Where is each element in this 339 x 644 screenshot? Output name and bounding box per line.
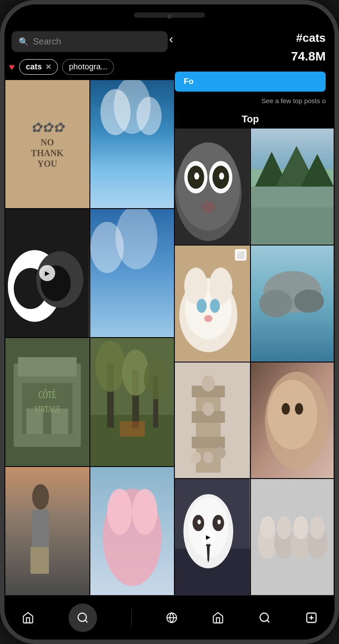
- volume-up-button[interactable]: [0, 102, 2, 129]
- svg-rect-32: [31, 547, 49, 574]
- follow-button[interactable]: Fo: [175, 72, 326, 92]
- svg-point-74: [203, 451, 213, 463]
- grid-cell-kittens-tower[interactable]: [167, 362, 250, 479]
- svg-point-100: [78, 613, 86, 621]
- search-results-grid-left: ✿✿✿ NOTHANKYOU: [4, 80, 175, 595]
- svg-point-104: [260, 613, 268, 621]
- cats-tag[interactable]: cats ✕: [19, 59, 58, 75]
- grid-cell-autumn[interactable]: [90, 338, 174, 466]
- remove-cats-tag-icon[interactable]: ✕: [45, 63, 51, 71]
- play-button-icon[interactable]: ▶: [39, 265, 55, 281]
- svg-point-3: [136, 97, 161, 135]
- svg-point-45: [219, 173, 224, 180]
- svg-line-101: [85, 620, 87, 622]
- phone-frame: 🔍 Search ♥ cats ✕ photogra...: [0, 0, 339, 644]
- svg-rect-15: [18, 357, 77, 376]
- bottom-navigation: [4, 595, 335, 640]
- search-bar[interactable]: 🔍 Search: [12, 31, 168, 52]
- svg-rect-19: [52, 408, 69, 434]
- grid-cell-cat-video[interactable]: ▶: [5, 209, 89, 337]
- grid-cell-stone-water[interactable]: [251, 246, 334, 362]
- grid-cell-fluffy-cat[interactable]: [251, 362, 334, 479]
- svg-point-23: [95, 341, 125, 392]
- svg-rect-31: [32, 510, 49, 547]
- grid-cell-illustration[interactable]: ✿✿✿ NOTHANKYOU: [5, 80, 89, 208]
- svg-point-97: [276, 516, 291, 539]
- svg-rect-28: [119, 421, 145, 437]
- heart-icon: ♥: [9, 61, 15, 73]
- play-video-icon[interactable]: ▶: [201, 530, 215, 544]
- svg-point-72: [202, 402, 214, 415]
- app-screen: 🔍 Search ♥ cats ✕ photogra...: [4, 4, 335, 640]
- svg-point-60: [210, 299, 220, 313]
- svg-point-44: [194, 173, 199, 180]
- svg-point-35: [107, 489, 132, 535]
- svg-point-57: [184, 267, 207, 304]
- nav-search-active[interactable]: [69, 604, 97, 632]
- svg-point-98: [293, 516, 308, 539]
- post-count: 74.8M: [291, 49, 326, 63]
- search-placeholder: Search: [33, 36, 61, 47]
- nav-reels[interactable]: [166, 612, 178, 624]
- grid-cell-white-kitten[interactable]: ⬜: [167, 246, 250, 362]
- power-button[interactable]: [337, 120, 339, 160]
- svg-point-61: [204, 315, 213, 322]
- svg-point-64: [259, 290, 292, 318]
- grid-cell-sky[interactable]: [90, 80, 174, 208]
- svg-point-80: [295, 403, 303, 415]
- svg-point-39: [177, 142, 240, 230]
- svg-point-99: [310, 516, 325, 539]
- save-icon[interactable]: ⬜: [235, 249, 246, 261]
- svg-rect-70: [192, 436, 225, 448]
- see-top-posts-text: See a few top posts o: [166, 95, 335, 109]
- svg-point-71: [202, 375, 215, 391]
- svg-point-27: [144, 358, 167, 399]
- grid-cell-shop[interactable]: CÔTÉ VINTAGE: [5, 338, 89, 466]
- svg-point-58: [209, 267, 232, 304]
- hashtag-panel: #cats 74.8M Fo See a few top posts o Top: [166, 4, 335, 595]
- grid-cell-sky2[interactable]: [90, 209, 174, 337]
- grid-cell-landscape[interactable]: [251, 129, 334, 245]
- back-button[interactable]: ‹: [169, 32, 173, 46]
- left-search-panel: 🔍 Search ♥ cats ✕ photogra...: [4, 4, 175, 595]
- top-label: Top: [166, 109, 335, 129]
- svg-point-88: [218, 520, 221, 524]
- svg-point-78: [267, 380, 317, 449]
- svg-point-79: [282, 403, 290, 415]
- front-camera: [167, 14, 172, 19]
- grid-cell-cat-stare[interactable]: [167, 129, 250, 245]
- photography-tag[interactable]: photogra...: [62, 59, 114, 75]
- nav-search-right[interactable]: [258, 612, 271, 624]
- grid-cell-pink[interactable]: [90, 467, 174, 595]
- svg-point-73: [191, 451, 201, 463]
- photography-tag-label: photogra...: [69, 62, 107, 71]
- svg-line-105: [267, 620, 269, 622]
- search-icon: 🔍: [19, 37, 28, 47]
- nav-home-left[interactable]: [22, 612, 34, 624]
- svg-point-46: [202, 201, 215, 213]
- hashtag-top-grid: ⬜: [166, 129, 335, 595]
- flowers-deco: ✿✿✿: [31, 120, 64, 135]
- svg-point-65: [294, 290, 323, 313]
- grid-cell-kittens-row[interactable]: [251, 479, 334, 595]
- svg-rect-53: [251, 207, 334, 244]
- svg-point-59: [197, 299, 206, 313]
- nav-add[interactable]: [305, 612, 318, 624]
- phone-screen: 🔍 Search ♥ cats ✕ photogra...: [4, 4, 335, 640]
- no-thank-text: NOTHANKYOU: [31, 137, 64, 169]
- svg-point-96: [260, 516, 275, 539]
- svg-point-36: [132, 489, 157, 535]
- nav-home-right[interactable]: [212, 612, 224, 624]
- svg-point-30: [32, 484, 49, 510]
- hashtag-header: #cats: [166, 4, 335, 49]
- grid-cell-person[interactable]: [5, 467, 89, 595]
- hashtag-title: #cats: [296, 31, 326, 45]
- volume-down-button[interactable]: [0, 138, 2, 165]
- svg-rect-18: [26, 408, 43, 434]
- stats-row: 74.8M: [166, 49, 335, 68]
- svg-point-87: [198, 520, 201, 524]
- grid-cell-cat-tie[interactable]: ▶: [167, 479, 250, 595]
- nav-separator: [131, 609, 132, 627]
- svg-point-75: [216, 447, 226, 459]
- svg-text:CÔTÉ: CÔTÉ: [39, 389, 56, 400]
